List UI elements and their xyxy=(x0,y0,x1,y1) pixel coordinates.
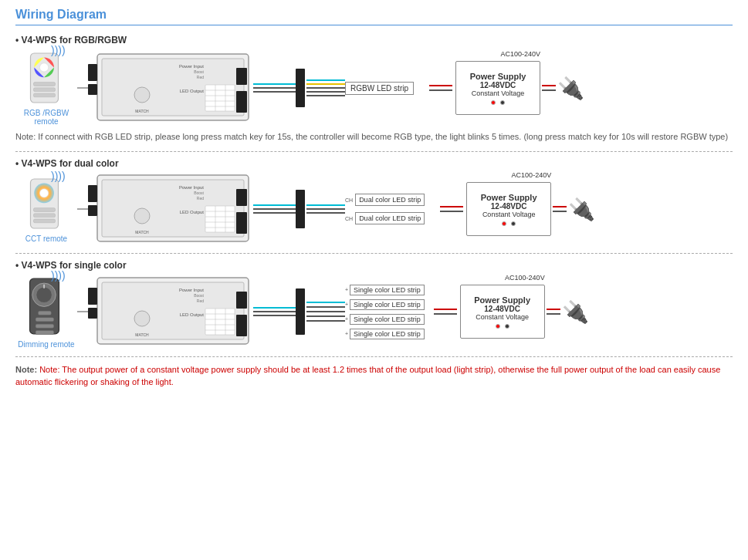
dual-input-wires xyxy=(253,204,296,214)
svg-text:LED Output: LED Output xyxy=(180,312,205,317)
single-strip-wires xyxy=(306,302,345,322)
spsu-wr-red xyxy=(547,309,560,310)
svg-point-57 xyxy=(36,287,52,302)
psu-wr-red xyxy=(542,85,556,86)
svg-point-33 xyxy=(40,188,49,197)
rgb-out-conn-block xyxy=(296,69,305,107)
section-rgb-label: • V4-WPS for RGB/RGBW xyxy=(15,35,733,46)
svg-text:MATCH: MATCH xyxy=(135,332,149,337)
note-bold: Note: xyxy=(15,365,39,374)
svg-rect-79 xyxy=(236,292,247,309)
svg-text:Power Input: Power Input xyxy=(179,288,204,292)
svg-text:Power Input: Power Input xyxy=(179,64,204,69)
divider-1 xyxy=(15,151,733,152)
section-dual: • V4-WPS for dual color )))) xyxy=(15,158,733,245)
dpsu-wr-red xyxy=(553,206,567,207)
svg-rect-62 xyxy=(36,330,54,334)
svg-rect-59 xyxy=(39,311,52,315)
psu-dots-single xyxy=(496,324,509,329)
psu-dot-s-blk xyxy=(505,324,509,329)
strip-label-rgb: RGBW LED strip xyxy=(345,82,414,95)
psu-wire-red xyxy=(429,85,452,86)
single-strip-row2: + Single color LED strip xyxy=(345,299,425,310)
psu-d-line3: Constant Voltage xyxy=(482,211,536,218)
single-out-conn-block xyxy=(296,288,305,335)
s-wire-cyan xyxy=(253,307,296,309)
single-input-connectors xyxy=(88,288,97,319)
wifi-icon-dual: )))) xyxy=(51,170,66,182)
strip-label-s3: Single color LED strip xyxy=(350,314,425,325)
single-psu-container: AC100-240V Power Supply 12-48VDC Constan… xyxy=(460,285,545,339)
note-rgb: Note: If connect with RGB LED strip, ple… xyxy=(15,130,733,143)
single-strip-row3: + Single color LED strip xyxy=(345,314,425,325)
svg-rect-34 xyxy=(34,207,56,211)
sw-4 xyxy=(306,315,345,317)
rgb-controller: Power Input Boost Red LED Output MATCH xyxy=(96,52,250,124)
spsu-wire-blk xyxy=(434,313,457,315)
rgb-strip-wires xyxy=(306,79,345,96)
s-wire-dark-2 xyxy=(253,315,296,316)
psu-dot-d-red xyxy=(502,221,506,226)
dual-psu-wires-right xyxy=(553,206,567,212)
rgb-input-connectors xyxy=(88,64,97,95)
psu-wire-blk xyxy=(429,89,452,91)
psu-dot-d-blk xyxy=(511,221,516,226)
svg-text:MATCH: MATCH xyxy=(135,230,149,234)
svg-text:Power Input: Power Input xyxy=(179,185,204,190)
wire-dark-1 xyxy=(253,87,296,89)
dw-3 xyxy=(306,212,345,214)
wire-out-4 xyxy=(306,91,345,93)
dual-input-connectors xyxy=(88,185,97,216)
sw-3 xyxy=(306,311,345,312)
rgb-remote-svg xyxy=(23,50,66,106)
svg-text:Red: Red xyxy=(197,75,204,79)
rgb-out-conn xyxy=(296,69,306,107)
wifi-icon-single: )))) xyxy=(51,269,66,282)
svg-rect-20 xyxy=(205,85,235,111)
dimmer-remote-svg xyxy=(23,275,66,337)
psu-box-dual: Power Supply 12-48VDC Constant Voltage xyxy=(466,182,551,236)
svg-rect-30 xyxy=(236,91,247,113)
ac-label-dual: AC100-240V xyxy=(512,171,552,179)
dw-2 xyxy=(306,208,345,210)
rgb-remote-icon: )))) xyxy=(23,50,69,106)
rgb-psu-container: AC100-240V Power Supply 12-48VDC Constan… xyxy=(455,61,540,115)
psu-dot-blk xyxy=(500,100,505,105)
wire-out-1 xyxy=(306,79,345,81)
rgb-controller-svg: Power Input Boost Red LED Output MATCH xyxy=(96,52,250,122)
divider-3 xyxy=(15,356,733,357)
page-container: Wiring Diagram • V4-WPS for RGB/RGBW )))… xyxy=(15,8,733,389)
single-psu-wires-right xyxy=(547,309,560,315)
svg-point-27 xyxy=(134,87,150,103)
svg-point-51 xyxy=(134,208,150,224)
psu-dot-red xyxy=(491,100,496,105)
svg-rect-44 xyxy=(205,206,235,232)
dual-strip-row2: CH Dual color LED strip xyxy=(345,212,425,224)
psu-text-line2: 12-48VDC xyxy=(480,81,516,89)
wire-out-3 xyxy=(306,87,345,89)
dpsu-wire-blk xyxy=(440,211,463,212)
svg-rect-60 xyxy=(36,317,54,321)
svg-text:Boost: Boost xyxy=(194,293,204,298)
dual-out-conn-block xyxy=(296,190,305,228)
strip-label-s4: Single color LED strip xyxy=(350,329,425,339)
svg-text:Red: Red xyxy=(197,299,204,303)
single-remote-area: )))) Dimming remote xyxy=(15,275,77,349)
single-psu-wires-left xyxy=(434,309,457,315)
svg-rect-70 xyxy=(205,309,235,335)
strip-label-dual-2: Dual color LED strip xyxy=(355,212,425,224)
bottom-note: Note: Note: The output power of a consta… xyxy=(15,363,733,389)
conn-block-2 xyxy=(88,84,97,95)
cct-remote-svg xyxy=(23,176,66,231)
strip-label-s1: Single color LED strip xyxy=(350,285,425,295)
svg-rect-11 xyxy=(34,88,56,92)
dual-remote-icon: )))) xyxy=(23,176,69,231)
dual-strip-wires xyxy=(306,204,345,214)
dual-out-conn xyxy=(296,190,306,228)
svg-point-9 xyxy=(40,63,49,72)
single-input-wires xyxy=(253,307,296,316)
wifi-icon: )))) xyxy=(51,44,66,56)
d-wire-cyan xyxy=(253,204,296,206)
dual-controller: Power Input Boost Red LED Output MATCH xyxy=(96,174,250,245)
dual-psu-container: AC100-240V Power Supply 12-48VDC Constan… xyxy=(466,182,551,236)
